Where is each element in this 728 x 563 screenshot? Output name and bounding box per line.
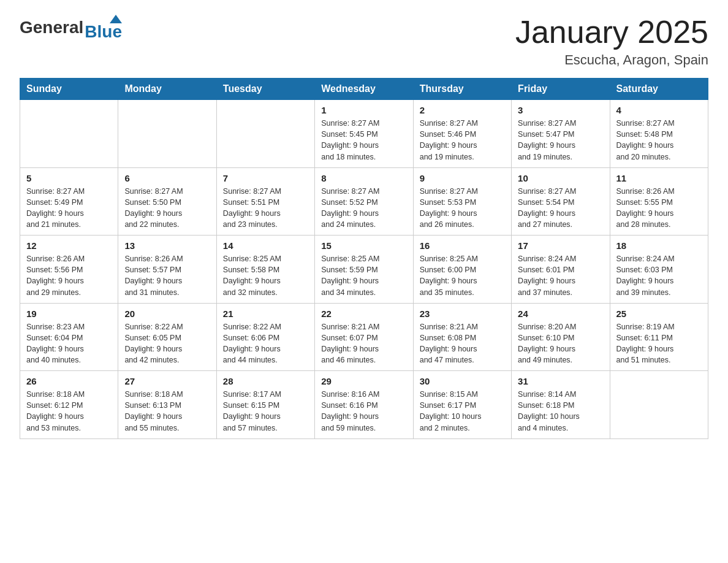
calendar-cell: 14Sunrise: 8:25 AMSunset: 5:58 PMDayligh…	[216, 236, 314, 304]
calendar-cell: 2Sunrise: 8:27 AMSunset: 5:46 PMDaylight…	[413, 100, 511, 168]
col-header-saturday: Saturday	[610, 79, 708, 100]
day-number: 14	[223, 240, 308, 251]
day-info: Sunrise: 8:23 AMSunset: 6:04 PMDaylight:…	[26, 321, 112, 366]
day-number: 9	[420, 173, 505, 183]
calendar-cell: 21Sunrise: 8:22 AMSunset: 6:06 PMDayligh…	[216, 303, 314, 371]
calendar-cell: 11Sunrise: 8:26 AMSunset: 5:55 PMDayligh…	[610, 167, 708, 236]
calendar-cell: 30Sunrise: 8:15 AMSunset: 6:17 PMDayligh…	[413, 371, 511, 439]
calendar-cell: 13Sunrise: 8:26 AMSunset: 5:57 PMDayligh…	[118, 236, 216, 304]
day-number: 23	[420, 308, 505, 319]
day-number: 26	[26, 376, 112, 386]
day-number: 29	[321, 376, 406, 386]
day-info: Sunrise: 8:15 AMSunset: 6:17 PMDaylight:…	[420, 389, 505, 434]
day-number: 8	[321, 173, 406, 183]
day-number: 7	[223, 173, 308, 183]
calendar-row-1: 1Sunrise: 8:27 AMSunset: 5:45 PMDaylight…	[20, 100, 708, 168]
calendar-cell: 24Sunrise: 8:20 AMSunset: 6:10 PMDayligh…	[512, 303, 610, 371]
calendar-cell: 18Sunrise: 8:24 AMSunset: 6:03 PMDayligh…	[610, 236, 708, 304]
day-info: Sunrise: 8:27 AMSunset: 5:50 PMDaylight:…	[124, 186, 210, 231]
day-info: Sunrise: 8:25 AMSunset: 6:00 PMDaylight:…	[420, 253, 505, 298]
month-title: January 2025	[515, 15, 708, 50]
day-number: 2	[420, 105, 505, 115]
col-header-friday: Friday	[512, 79, 610, 100]
day-number: 6	[124, 173, 210, 183]
col-header-tuesday: Tuesday	[216, 79, 314, 100]
day-number: 4	[616, 105, 702, 115]
day-info: Sunrise: 8:27 AMSunset: 5:48 PMDaylight:…	[616, 118, 702, 163]
day-info: Sunrise: 8:19 AMSunset: 6:11 PMDaylight:…	[616, 321, 702, 366]
day-number: 22	[321, 308, 406, 319]
day-info: Sunrise: 8:24 AMSunset: 6:03 PMDaylight:…	[616, 253, 702, 298]
calendar-cell: 12Sunrise: 8:26 AMSunset: 5:56 PMDayligh…	[20, 236, 118, 304]
day-info: Sunrise: 8:27 AMSunset: 5:46 PMDaylight:…	[420, 118, 505, 163]
day-number: 16	[420, 240, 505, 251]
day-info: Sunrise: 8:26 AMSunset: 5:57 PMDaylight:…	[124, 253, 210, 298]
day-info: Sunrise: 8:14 AMSunset: 6:18 PMDaylight:…	[518, 389, 603, 434]
calendar-cell: 17Sunrise: 8:24 AMSunset: 6:01 PMDayligh…	[512, 236, 610, 304]
day-info: Sunrise: 8:20 AMSunset: 6:10 PMDaylight:…	[518, 321, 603, 366]
logo: General Blue	[20, 15, 123, 40]
calendar-cell: 20Sunrise: 8:22 AMSunset: 6:05 PMDayligh…	[118, 303, 216, 371]
calendar-cell: 27Sunrise: 8:18 AMSunset: 6:13 PMDayligh…	[118, 371, 216, 439]
calendar-cell: 26Sunrise: 8:18 AMSunset: 6:12 PMDayligh…	[20, 371, 118, 439]
calendar-row-4: 19Sunrise: 8:23 AMSunset: 6:04 PMDayligh…	[20, 303, 708, 371]
day-info: Sunrise: 8:18 AMSunset: 6:12 PMDaylight:…	[26, 389, 112, 434]
day-number: 21	[223, 308, 308, 319]
calendar-cell	[118, 100, 216, 168]
col-header-thursday: Thursday	[413, 79, 511, 100]
day-info: Sunrise: 8:27 AMSunset: 5:45 PMDaylight:…	[321, 118, 406, 163]
calendar-cell: 25Sunrise: 8:19 AMSunset: 6:11 PMDayligh…	[610, 303, 708, 371]
col-header-monday: Monday	[118, 79, 216, 100]
calendar-cell	[216, 100, 314, 168]
calendar-cell: 7Sunrise: 8:27 AMSunset: 5:51 PMDaylight…	[216, 167, 314, 236]
calendar-cell: 23Sunrise: 8:21 AMSunset: 6:08 PMDayligh…	[413, 303, 511, 371]
day-number: 20	[124, 308, 210, 319]
calendar-cell: 4Sunrise: 8:27 AMSunset: 5:48 PMDaylight…	[610, 100, 708, 168]
calendar-cell	[610, 371, 708, 439]
calendar-row-2: 5Sunrise: 8:27 AMSunset: 5:49 PMDaylight…	[20, 167, 708, 236]
calendar-cell: 29Sunrise: 8:16 AMSunset: 6:16 PMDayligh…	[315, 371, 413, 439]
calendar-cell: 5Sunrise: 8:27 AMSunset: 5:49 PMDaylight…	[20, 167, 118, 236]
day-info: Sunrise: 8:27 AMSunset: 5:47 PMDaylight:…	[518, 118, 603, 163]
day-info: Sunrise: 8:27 AMSunset: 5:51 PMDaylight:…	[223, 186, 308, 231]
calendar-body: 1Sunrise: 8:27 AMSunset: 5:45 PMDaylight…	[20, 100, 708, 439]
day-number: 31	[518, 376, 603, 386]
calendar-cell	[20, 100, 118, 168]
calendar-cell: 10Sunrise: 8:27 AMSunset: 5:54 PMDayligh…	[512, 167, 610, 236]
logo-blue-text: Blue	[85, 23, 122, 40]
calendar-cell: 22Sunrise: 8:21 AMSunset: 6:07 PMDayligh…	[315, 303, 413, 371]
col-header-sunday: Sunday	[20, 79, 118, 100]
day-info: Sunrise: 8:16 AMSunset: 6:16 PMDaylight:…	[321, 389, 406, 434]
day-info: Sunrise: 8:26 AMSunset: 5:56 PMDaylight:…	[26, 253, 112, 298]
day-number: 5	[26, 173, 112, 183]
day-info: Sunrise: 8:21 AMSunset: 6:08 PMDaylight:…	[420, 321, 505, 366]
calendar-row-5: 26Sunrise: 8:18 AMSunset: 6:12 PMDayligh…	[20, 371, 708, 439]
day-number: 11	[616, 173, 702, 183]
page-header: General Blue January 2025 Escucha, Arago…	[20, 15, 708, 68]
day-number: 3	[518, 105, 603, 115]
day-number: 13	[124, 240, 210, 251]
day-info: Sunrise: 8:27 AMSunset: 5:52 PMDaylight:…	[321, 186, 406, 231]
day-number: 25	[616, 308, 702, 319]
calendar-cell: 8Sunrise: 8:27 AMSunset: 5:52 PMDaylight…	[315, 167, 413, 236]
day-info: Sunrise: 8:25 AMSunset: 5:59 PMDaylight:…	[321, 253, 406, 298]
day-number: 10	[518, 173, 603, 183]
title-area: January 2025 Escucha, Aragon, Spain	[515, 15, 708, 68]
calendar-cell: 28Sunrise: 8:17 AMSunset: 6:15 PMDayligh…	[216, 371, 314, 439]
calendar-table: SundayMondayTuesdayWednesdayThursdayFrid…	[20, 78, 708, 439]
day-info: Sunrise: 8:27 AMSunset: 5:53 PMDaylight:…	[420, 186, 505, 231]
day-info: Sunrise: 8:22 AMSunset: 6:06 PMDaylight:…	[223, 321, 308, 366]
calendar-row-3: 12Sunrise: 8:26 AMSunset: 5:56 PMDayligh…	[20, 236, 708, 304]
calendar-cell: 3Sunrise: 8:27 AMSunset: 5:47 PMDaylight…	[512, 100, 610, 168]
day-info: Sunrise: 8:21 AMSunset: 6:07 PMDaylight:…	[321, 321, 406, 366]
day-number: 28	[223, 376, 308, 386]
day-number: 1	[321, 105, 406, 115]
calendar-cell: 9Sunrise: 8:27 AMSunset: 5:53 PMDaylight…	[413, 167, 511, 236]
day-info: Sunrise: 8:27 AMSunset: 5:49 PMDaylight:…	[26, 186, 112, 231]
logo-blue-box: Blue	[85, 15, 122, 40]
day-number: 12	[26, 240, 112, 251]
calendar-cell: 6Sunrise: 8:27 AMSunset: 5:50 PMDaylight…	[118, 167, 216, 236]
location-title: Escucha, Aragon, Spain	[515, 52, 708, 68]
day-info: Sunrise: 8:26 AMSunset: 5:55 PMDaylight:…	[616, 186, 702, 231]
calendar-cell: 16Sunrise: 8:25 AMSunset: 6:00 PMDayligh…	[413, 236, 511, 304]
